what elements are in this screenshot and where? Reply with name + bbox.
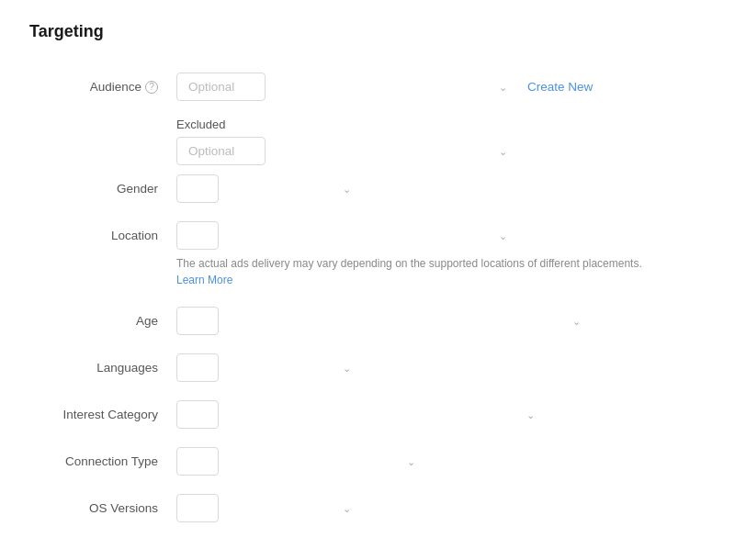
- location-block: ⌄ The actual ads delivery may vary depen…: [176, 221, 642, 288]
- connection-type-label-col: Connection Type: [29, 447, 176, 468]
- location-input-col: ⌄ The actual ads delivery may vary depen…: [176, 221, 706, 288]
- targeting-form: Audience ? Optional ⌄ Create New Exclude…: [29, 63, 706, 532]
- targeting-page: Targeting Audience ? Optional ⌄ Create N…: [0, 0, 735, 554]
- gender-label-col: Gender: [29, 174, 176, 196]
- location-select[interactable]: [176, 221, 219, 250]
- languages-row: Languages ⌄: [29, 344, 706, 391]
- os-versions-chevron-icon: ⌄: [343, 502, 351, 514]
- location-label-col: Location: [29, 221, 176, 242]
- excluded-section: Excluded Optional ⌄: [176, 118, 706, 165]
- audience-help-icon[interactable]: ?: [145, 81, 158, 94]
- excluded-select-wrapper: Optional ⌄: [176, 137, 516, 165]
- excluded-label: Excluded: [176, 118, 706, 131]
- gender-label: Gender: [117, 182, 158, 196]
- interest-category-chevron-icon: ⌄: [526, 409, 535, 420]
- age-chevron-icon: ⌄: [572, 315, 581, 327]
- gender-row: Gender ⌄: [29, 165, 706, 212]
- os-versions-input-col: ⌄: [176, 494, 706, 522]
- connection-type-row: Connection Type ⌄: [29, 438, 706, 485]
- location-helper-text: The actual ads delivery may vary dependi…: [176, 255, 642, 288]
- interest-category-select[interactable]: [176, 400, 219, 429]
- excluded-select[interactable]: Optional: [176, 137, 266, 165]
- languages-select-wrapper: ⌄: [176, 353, 360, 382]
- connection-type-chevron-icon: ⌄: [407, 455, 415, 467]
- age-input-col: ⌄: [176, 307, 706, 335]
- audience-label: Audience: [90, 80, 141, 94]
- connection-type-select[interactable]: [176, 447, 219, 476]
- gender-chevron-icon: ⌄: [343, 183, 351, 195]
- os-versions-label-col: OS Versions: [29, 494, 176, 515]
- languages-chevron-icon: ⌄: [343, 362, 351, 374]
- interest-category-label-col: Interest Category: [29, 400, 176, 421]
- audience-chevron-icon: ⌄: [499, 81, 507, 93]
- create-new-link[interactable]: Create New: [527, 80, 593, 94]
- location-select-wrapper: ⌄: [176, 221, 516, 250]
- audience-label-col: Audience ?: [29, 73, 176, 94]
- os-versions-row: OS Versions ⌄: [29, 485, 706, 532]
- age-select[interactable]: [176, 307, 219, 335]
- excluded-chevron-icon: ⌄: [499, 145, 507, 157]
- location-chevron-icon: ⌄: [499, 230, 507, 241]
- os-versions-label: OS Versions: [89, 501, 158, 515]
- connection-type-label: Connection Type: [65, 454, 158, 468]
- interest-category-input-col: ⌄: [176, 400, 706, 429]
- age-select-wrapper: ⌄: [176, 307, 590, 335]
- os-versions-select-wrapper: ⌄: [176, 494, 360, 522]
- connection-type-select-wrapper: ⌄: [176, 447, 424, 476]
- interest-category-select-wrapper: ⌄: [176, 400, 544, 429]
- age-row: Age ⌄: [29, 297, 706, 344]
- age-label: Age: [136, 314, 158, 328]
- learn-more-link[interactable]: Learn More: [176, 274, 232, 286]
- interest-category-label: Interest Category: [62, 408, 158, 421]
- gender-input-col: ⌄: [176, 174, 706, 203]
- languages-input-col: ⌄: [176, 353, 706, 382]
- audience-select[interactable]: Optional: [176, 73, 266, 101]
- connection-type-input-col: ⌄: [176, 447, 706, 476]
- audience-select-wrapper: Optional ⌄: [176, 73, 516, 101]
- interest-category-row: Interest Category ⌄: [29, 391, 706, 438]
- os-versions-select[interactable]: [176, 494, 219, 522]
- location-row: Location ⌄ The actual ads delivery may v…: [29, 212, 706, 297]
- gender-select-wrapper: ⌄: [176, 174, 360, 203]
- languages-label-col: Languages: [29, 353, 176, 375]
- page-title: Targeting: [29, 22, 706, 41]
- gender-select[interactable]: [176, 174, 219, 203]
- languages-label: Languages: [96, 361, 158, 375]
- age-label-col: Age: [29, 307, 176, 328]
- audience-row: Audience ? Optional ⌄ Create New: [29, 63, 706, 110]
- location-label: Location: [111, 229, 158, 242]
- audience-input-col: Optional ⌄ Create New: [176, 73, 706, 101]
- languages-select[interactable]: [176, 353, 219, 382]
